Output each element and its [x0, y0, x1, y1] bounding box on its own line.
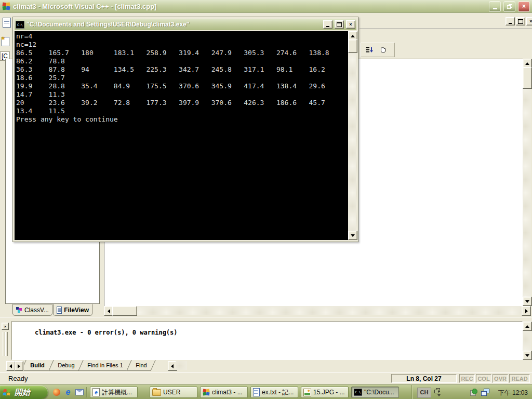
- mdi-close-button[interactable]: ×: [526, 17, 532, 25]
- arrow-right-icon: [525, 309, 528, 313]
- taskbar-button-console-active[interactable]: C:\ "C:\Docu...: [351, 387, 399, 398]
- console-line: 86.2 78.8: [16, 57, 347, 65]
- taskbar-button-label: ex.txt - 記...: [262, 388, 294, 397]
- arrow-up-icon: [525, 325, 529, 328]
- language-indicator[interactable]: CH: [417, 388, 431, 398]
- taskbar-button-browser[interactable]: e 計算機概...: [90, 387, 138, 398]
- console-line: 20 23.6 39.2 72.8 177.3 397.9 370.6 426.…: [16, 99, 347, 107]
- arrow-left-icon: [171, 364, 174, 368]
- output-pane: × climat3.exe - 0 error(s), 0 warning(s)…: [0, 317, 532, 372]
- mdi-restore-icon: [518, 19, 523, 24]
- mdi-minimize-icon: [509, 23, 512, 24]
- output-vertical-scrollbar[interactable]: [523, 322, 531, 360]
- clock[interactable]: 下午 12:03: [498, 389, 528, 397]
- toolbar-divider: [360, 28, 532, 29]
- tab-classview[interactable]: ClassV...: [12, 304, 52, 316]
- console-output: nr=4 nc=12 86.5 165.7 180 183.1 258.9 31…: [15, 31, 348, 240]
- internet-explorer-icon: e: [66, 388, 71, 397]
- arrow-down-icon: [351, 234, 355, 237]
- status-ready: Ready: [8, 375, 28, 382]
- editor-vscroll-thumb[interactable]: [523, 67, 532, 89]
- caret-down-icon[interactable]: [437, 394, 441, 396]
- tab-find-in-files-1[interactable]: Find in Files 1: [78, 360, 132, 371]
- internet-explorer-quicklaunch[interactable]: e: [63, 388, 73, 397]
- console-line: nc=12: [16, 41, 347, 49]
- hand-icon: [379, 46, 387, 54]
- minimize-icon: [493, 8, 497, 9]
- arrow-up-icon: [351, 35, 355, 37]
- console-maximize-button[interactable]: [335, 20, 344, 29]
- tab-fileview[interactable]: FileView: [53, 304, 92, 316]
- taskbar-button-label: "C:\Docu...: [364, 389, 394, 396]
- console-vscroll-thumb[interactable]: [348, 39, 357, 53]
- output-content-area[interactable]: climat3.exe - 0 error(s), 0 warning(s): [11, 321, 523, 360]
- scroll-down-button[interactable]: [348, 231, 357, 240]
- console-titlebar[interactable]: C:\ "C:\Documents and Settings\USER\Debu…: [15, 19, 356, 30]
- desktop: { "icons": { "close": "×", "console_text…: [0, 0, 532, 399]
- scroll-down-button[interactable]: [523, 351, 532, 360]
- scroll-up-button[interactable]: [523, 322, 532, 331]
- system-tray: CH 下午 12:03: [411, 385, 532, 399]
- folder-icon: [152, 389, 161, 396]
- new-file-icon[interactable]: [3, 18, 11, 28]
- scroll-right-button[interactable]: [522, 306, 531, 316]
- tab-find-in-files-2[interactable]: Find: [127, 360, 156, 371]
- taskbar-button-label: 15.JPG - ...: [313, 389, 345, 396]
- console-line: 86.5 165.7 180 183.1 258.9 319.4 247.9 3…: [16, 49, 347, 57]
- new-source-icon[interactable]: ✱: [2, 37, 9, 46]
- console-client-area: nr=4 nc=12 86.5 165.7 180 183.1 258.9 31…: [15, 31, 356, 240]
- network-status-icon[interactable]: [481, 389, 489, 396]
- tabs-scroll-left-button[interactable]: [6, 361, 15, 371]
- status-bar: Ready Ln 8, Col 27 REC COL OVR READ: [0, 372, 532, 384]
- taskbar-button-image-viewer[interactable]: 15.JPG - ...: [301, 387, 349, 398]
- minimize-button[interactable]: [489, 1, 501, 12]
- console-line: 14.7 11.3: [16, 90, 347, 99]
- output-tabs: Build Debug Find in Files 1 Find: [24, 360, 167, 371]
- toolbar-restore-icon[interactable]: [434, 388, 440, 393]
- editor-vertical-scrollbar[interactable]: [523, 59, 531, 306]
- hand-button[interactable]: [377, 44, 389, 56]
- tray-utility-icon[interactable]: [470, 389, 477, 396]
- notepad-icon: [253, 388, 260, 396]
- envelope-icon: [75, 389, 84, 395]
- start-button[interactable]: 開始: [0, 385, 48, 399]
- indicator-col: COL: [476, 374, 491, 383]
- visual-cpp-app-icon: [2, 2, 10, 10]
- console-line: Press any key to continue: [16, 115, 347, 124]
- start-label: 開始: [15, 388, 30, 397]
- console-vertical-scrollbar[interactable]: [348, 31, 356, 240]
- taskbar-button-user-folder[interactable]: USER: [150, 387, 197, 398]
- output-hscroll-track[interactable]: [176, 361, 187, 370]
- taskbar: 開始 e e 計算機概... USER climat3 - ...: [0, 384, 532, 399]
- console-window[interactable]: C:\ "C:\Documents and Settings\USER\Debu…: [12, 17, 358, 242]
- tabs-scroll-right-button[interactable]: [15, 361, 23, 371]
- cursor-position: Ln 8, Col 27: [391, 374, 457, 383]
- console-line: 36.3 87.8 94 134.5 225.3 342.7 245.8 317…: [16, 65, 347, 74]
- indicator-ovr: OVR: [493, 374, 508, 383]
- output-gripper[interactable]: [5, 332, 8, 356]
- editor-horizontal-scrollbar[interactable]: [104, 306, 531, 315]
- arrow-up-icon: [525, 62, 529, 65]
- output-close-button[interactable]: ×: [2, 323, 9, 330]
- taskbar-divider: [86, 387, 87, 397]
- media-player-quicklaunch[interactable]: [52, 388, 61, 397]
- restore-button[interactable]: [503, 1, 515, 12]
- windows-flag-icon: [3, 388, 12, 397]
- close-button[interactable]: ×: [518, 1, 530, 12]
- mdi-minimize-button[interactable]: [506, 17, 515, 25]
- tab-fileview-label: FileView: [64, 307, 89, 314]
- mdi-restore-button[interactable]: [516, 17, 525, 25]
- main-titlebar: climat3 - Microsoft Visual C++ - [climat…: [0, 0, 532, 13]
- fileview-icon: [57, 307, 62, 314]
- console-close-button[interactable]: ×: [346, 20, 355, 29]
- taskbar-button-visual-cpp[interactable]: climat3 - ...: [200, 387, 248, 398]
- outlook-express-quicklaunch[interactable]: [75, 388, 84, 397]
- indicator-read: READ: [509, 374, 530, 383]
- scroll-down-button[interactable]: [523, 297, 532, 306]
- console-minimize-button[interactable]: [323, 20, 332, 29]
- editor-hscroll-thumb[interactable]: [112, 306, 137, 316]
- sparkle-icon: ✱: [1, 36, 5, 41]
- sort-lines-button[interactable]: [363, 44, 376, 56]
- console-maximize-icon: [337, 22, 342, 27]
- taskbar-button-notepad[interactable]: ex.txt - 記...: [250, 387, 298, 398]
